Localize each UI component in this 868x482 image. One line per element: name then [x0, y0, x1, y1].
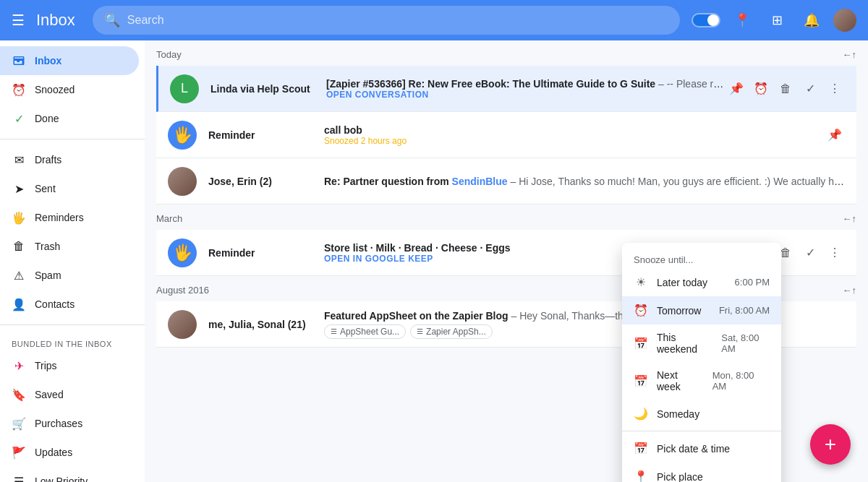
snooze-later-today[interactable]: ☀ Later today 6:00 PM [622, 268, 781, 296]
sidebar-item-reminders[interactable]: 🖐 Reminders [0, 203, 139, 232]
sidebar-item-drafts[interactable]: ✉ Drafts [0, 145, 139, 174]
sidebar-item-drafts-label: Drafts [35, 154, 61, 165]
grid-icon[interactable]: ⊞ [764, 7, 790, 33]
snooze-title: Snooze until... [622, 249, 781, 268]
tomorrow-label: Tomorrow [657, 305, 701, 317]
menu-icon[interactable]: ☰ [12, 12, 25, 29]
trash-icon: 🗑 [12, 240, 26, 253]
avatar-image [833, 9, 856, 32]
drafts-icon: ✉ [12, 153, 26, 167]
sidebar-item-contacts[interactable]: 👤 Contacts [0, 290, 139, 319]
open-link-linda[interactable]: OPEN CONVERSATION [326, 90, 726, 100]
sent-icon: ➤ [12, 182, 26, 196]
sidebar-item-snoozed[interactable]: ⏰ Snoozed [0, 75, 139, 104]
sidebar-item-trips[interactable]: ✈ Trips [0, 351, 139, 380]
pick-place-label: Pick place [657, 471, 703, 483]
group-label-march: March [156, 213, 182, 224]
saved-icon: 🔖 [12, 388, 26, 402]
tomorrow-icon: ⏰ [634, 304, 648, 317]
next-week-label: Next week [657, 369, 704, 392]
snooze-tomorrow[interactable]: ⏰ Tomorrow Fri, 8:00 AM [622, 296, 781, 324]
group-actions-today[interactable]: ←↑ [843, 49, 857, 60]
group-label-today: Today [156, 49, 182, 60]
tomorrow-time: Fri, 8:00 AM [719, 305, 770, 316]
subject-jose: Re: Partner question from SendinBlue – H… [324, 176, 845, 187]
tag-zapier[interactable]: ☰ Zapier AppSh... [410, 324, 493, 339]
sidebar-divider-2 [0, 324, 145, 325]
trash-action[interactable]: 🗑 [775, 79, 796, 99]
compose-fab[interactable]: + [810, 424, 851, 465]
select-all-august-icon[interactable]: ←↑ [843, 285, 857, 296]
tag-appsheet[interactable]: ☰ AppSheet Gu... [324, 324, 406, 339]
someday-label: Someday [657, 408, 699, 420]
purchases-icon: 🛒 [12, 417, 26, 431]
group-actions-august[interactable]: ←↑ [843, 285, 857, 296]
more-store-action[interactable]: ⋮ [825, 243, 845, 263]
sidebar-item-spam[interactable]: ⚠ Spam [0, 261, 139, 290]
notification-icon[interactable]: 🔔 [799, 7, 825, 33]
search-input[interactable] [127, 14, 668, 27]
snooze-next-week[interactable]: 📅 Next week Mon, 8:00 AM [622, 362, 781, 400]
clock-action[interactable]: ⏰ [751, 79, 771, 99]
content-jose: Re: Partner question from SendinBlue – H… [324, 176, 845, 187]
sidebar-item-purchases-label: Purchases [35, 418, 82, 429]
app-title: Inbox [36, 11, 75, 30]
sidebar-item-saved[interactable]: 🔖 Saved [0, 380, 139, 409]
select-all-icon[interactable]: ←↑ [843, 49, 857, 60]
pick-date-icon: 📅 [634, 442, 648, 455]
main-content: Today ←↑ L Linda via Help Scout [Zapier … [145, 40, 868, 482]
avatar[interactable] [833, 9, 856, 32]
location-icon[interactable]: 📍 [729, 7, 755, 33]
snooze-someday[interactable]: 🌙 Someday [622, 400, 781, 428]
later-today-label: Later today [657, 277, 707, 288]
header: ☰ Inbox 🔍 📍 ⊞ 🔔 [0, 0, 868, 40]
subject-reminder-bob: call bob [324, 124, 825, 136]
sidebar-item-sent[interactable]: ➤ Sent [0, 174, 139, 203]
sidebar-item-inbox[interactable]: Inbox [0, 46, 139, 75]
inbox-icon [12, 54, 26, 67]
sidebar-item-updates[interactable]: 🚩 Updates [0, 438, 139, 467]
body: Inbox ⏰ Snoozed ✓ Done ✉ Drafts ➤ Sent 🖐… [0, 40, 868, 482]
email-row-jose[interactable]: Jose, Erin (2) Re: Partner question from… [156, 158, 856, 205]
sidebar-item-low-priority-label: Low Priority [35, 475, 88, 482]
check-store-action[interactable]: ✓ [800, 243, 820, 263]
bundled-section-label: Bundled in the inbox [0, 331, 145, 351]
content-reminder-bob: call bob Snoozed 2 hours ago [324, 124, 825, 146]
someday-icon: 🌙 [634, 407, 648, 421]
reminders-icon: 🖐 [12, 211, 26, 225]
sidebar-item-snoozed-label: Snoozed [35, 84, 75, 95]
email-row-linda[interactable]: L Linda via Help Scout [Zapier #536366] … [156, 66, 856, 112]
sidebar-item-purchases[interactable]: 🛒 Purchases [0, 409, 139, 438]
sidebar-item-saved-label: Saved [35, 389, 64, 400]
snoozed-label-bob: Snoozed 2 hours ago [324, 136, 825, 146]
snooze-this-weekend[interactable]: 📅 This weekend Sat, 8:00 AM [622, 324, 781, 362]
sidebar-item-reminders-label: Reminders [35, 212, 84, 223]
toggle-switch[interactable] [692, 13, 720, 27]
group-label-august: August 2016 [156, 285, 209, 296]
avatar-jose [168, 167, 197, 196]
compose-icon: + [825, 433, 836, 456]
sidebar-item-done[interactable]: ✓ Done [0, 104, 139, 133]
search-bar[interactable]: 🔍 [93, 6, 680, 35]
snooze-pick-date[interactable]: 📅 Pick date & time [622, 434, 781, 462]
sidebar-item-trash-label: Trash [35, 241, 60, 252]
more-action[interactable]: ⋮ [825, 79, 845, 99]
sidebar-item-low-priority[interactable]: ☰ Low Priority [0, 467, 139, 482]
email-row-reminder-bob[interactable]: 🖐 Reminder call bob Snoozed 2 hours ago … [156, 112, 856, 158]
sidebar-item-done-label: Done [35, 113, 59, 124]
pick-place-icon: 📍 [634, 470, 648, 482]
sidebar-item-trash[interactable]: 🗑 Trash [0, 232, 139, 261]
group-actions-march[interactable]: ←↑ [843, 213, 857, 224]
snooze-pick-place[interactable]: 📍 Pick place [622, 462, 781, 482]
check-action[interactable]: ✓ [800, 79, 820, 99]
group-header-march: March ←↑ [156, 205, 856, 230]
spam-icon: ⚠ [12, 269, 26, 283]
next-week-time: Mon, 8:00 AM [712, 370, 770, 392]
sidebar-divider-1 [0, 139, 145, 139]
avatar-store: 🖐 [168, 238, 197, 267]
this-weekend-icon: 📅 [634, 337, 648, 350]
pin-blue-action[interactable]: 📌 [825, 125, 845, 145]
pin-action[interactable]: 📌 [726, 79, 746, 99]
search-icon: 🔍 [104, 12, 120, 28]
select-all-march-icon[interactable]: ←↑ [843, 213, 857, 224]
